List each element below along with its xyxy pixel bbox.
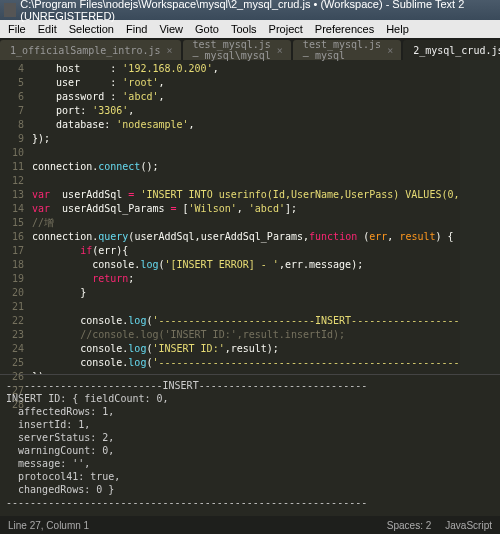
editor-area: 4567891011121314151617181920212223242526… <box>0 60 500 374</box>
code-line[interactable]: var userAddSql_Params = ['Wilson', 'abcd… <box>32 202 460 216</box>
code-editor[interactable]: host : '192.168.0.200', user : 'root', p… <box>32 60 460 374</box>
menu-tools[interactable]: Tools <box>225 23 263 35</box>
console-line: ----------------------------------------… <box>6 496 494 504</box>
line-number: 9 <box>0 132 24 146</box>
code-line[interactable]: user : 'root', <box>32 76 460 90</box>
code-line[interactable]: console.log('[INSERT ERROR] - ',err.mess… <box>32 258 460 272</box>
code-line[interactable]: password : 'abcd', <box>32 90 460 104</box>
line-number: 23 <box>0 328 24 342</box>
close-icon[interactable]: × <box>277 45 283 56</box>
line-number: 12 <box>0 174 24 188</box>
line-number: 13 <box>0 188 24 202</box>
line-number: 6 <box>0 90 24 104</box>
tab[interactable]: test_mysql.js — mysql\mysql× <box>183 40 291 60</box>
line-number: 24 <box>0 342 24 356</box>
code-line[interactable]: //增 <box>32 216 460 230</box>
menu-project[interactable]: Project <box>263 23 309 35</box>
code-line[interactable]: host : '192.168.0.200', <box>32 62 460 76</box>
status-cursor[interactable]: Line 27, Column 1 <box>8 520 89 531</box>
console-line: serverStatus: 2, <box>6 431 494 444</box>
code-line[interactable]: } <box>32 286 460 300</box>
line-number: 11 <box>0 160 24 174</box>
code-line[interactable]: var userAddSql = 'INSERT INTO userinfo(I… <box>32 188 460 202</box>
tab-label: 1_officialSample_intro.js <box>10 45 161 56</box>
tab-label: 2_mysql_crud.js <box>413 45 500 56</box>
status-spaces[interactable]: Spaces: 2 <box>387 520 431 531</box>
output-panel: --------------------------INSERT--------… <box>0 374 500 504</box>
console-line: insertId: 1, <box>6 418 494 431</box>
code-line[interactable]: return; <box>32 272 460 286</box>
menu-goto[interactable]: Goto <box>189 23 225 35</box>
line-number: 17 <box>0 244 24 258</box>
console-line: message: '', <box>6 457 494 470</box>
minimap[interactable] <box>460 60 500 374</box>
line-number: 25 <box>0 356 24 370</box>
console-line: INSERT ID: { fieldCount: 0, <box>6 392 494 405</box>
status-language[interactable]: JavaScript <box>445 520 492 531</box>
code-line[interactable]: console.log('INSERT ID:',result); <box>32 342 460 356</box>
line-number: 28 <box>0 398 24 412</box>
line-number: 16 <box>0 230 24 244</box>
code-line[interactable]: }); <box>32 370 460 374</box>
code-line[interactable]: database: 'nodesample', <box>32 118 460 132</box>
line-number: 19 <box>0 272 24 286</box>
menu-view[interactable]: View <box>153 23 189 35</box>
menu-find[interactable]: Find <box>120 23 153 35</box>
line-number: 27 <box>0 384 24 398</box>
close-icon[interactable]: × <box>167 45 173 56</box>
title-bar: C:\Program Files\nodejs\Workspace\mysql\… <box>0 0 500 20</box>
line-number: 20 <box>0 286 24 300</box>
console-line: warningCount: 0, <box>6 444 494 457</box>
line-number: 7 <box>0 104 24 118</box>
window-title: C:\Program Files\nodejs\Workspace\mysql\… <box>20 0 496 22</box>
line-number: 10 <box>0 146 24 160</box>
console-line: changedRows: 0 } <box>6 483 494 496</box>
tab-bar: 1_officialSample_intro.js×test_mysql.js … <box>0 38 500 60</box>
console-line: --------------------------INSERT--------… <box>6 379 494 392</box>
code-line[interactable]: connection.connect(); <box>32 160 460 174</box>
tab[interactable]: test_mysql.js — mysql× <box>293 40 401 60</box>
code-line[interactable]: connection.query(userAddSql,userAddSql_P… <box>32 230 460 244</box>
menu-selection[interactable]: Selection <box>63 23 120 35</box>
menu-edit[interactable]: Edit <box>32 23 63 35</box>
code-line[interactable] <box>32 146 460 160</box>
line-number: 22 <box>0 314 24 328</box>
line-number: 5 <box>0 76 24 90</box>
code-line[interactable]: //console.log('INSERT ID:',result.insert… <box>32 328 460 342</box>
line-number: 15 <box>0 216 24 230</box>
close-icon[interactable]: × <box>387 45 393 56</box>
tab[interactable]: 2_mysql_crud.js× <box>403 40 500 60</box>
line-number: 26 <box>0 370 24 384</box>
line-number: 18 <box>0 258 24 272</box>
app-icon <box>4 3 16 17</box>
code-line[interactable]: if(err){ <box>32 244 460 258</box>
line-gutter: 4567891011121314151617181920212223242526… <box>0 60 32 374</box>
menu-help[interactable]: Help <box>380 23 415 35</box>
console-line: protocol41: true, <box>6 470 494 483</box>
line-number: 4 <box>0 62 24 76</box>
menu-file[interactable]: File <box>2 23 32 35</box>
code-line[interactable]: }); <box>32 132 460 146</box>
code-line[interactable]: console.log('---------------------------… <box>32 356 460 370</box>
menu-bar: FileEditSelectionFindViewGotoToolsProjec… <box>0 20 500 38</box>
code-line[interactable] <box>32 300 460 314</box>
code-line[interactable]: port: '3306', <box>32 104 460 118</box>
tab[interactable]: 1_officialSample_intro.js× <box>0 40 181 60</box>
console-line: affectedRows: 1, <box>6 405 494 418</box>
tab-label: test_mysql.js — mysql\mysql <box>193 39 271 61</box>
code-line[interactable]: console.log('--------------------------I… <box>32 314 460 328</box>
line-number: 8 <box>0 118 24 132</box>
menu-preferences[interactable]: Preferences <box>309 23 380 35</box>
line-number: 14 <box>0 202 24 216</box>
code-line[interactable] <box>32 174 460 188</box>
line-number: 21 <box>0 300 24 314</box>
tab-label: test_mysql.js — mysql <box>303 39 381 61</box>
status-bar: Line 27, Column 1 Spaces: 2 JavaScript <box>0 516 500 534</box>
